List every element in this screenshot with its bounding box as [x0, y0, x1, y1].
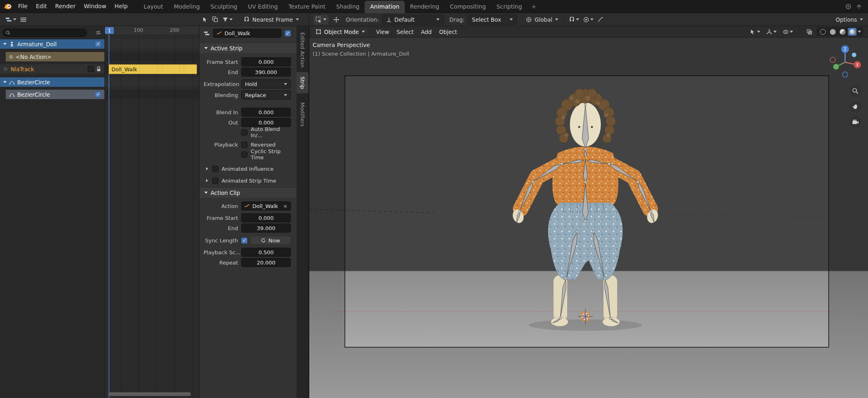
- tab-compositing[interactable]: Compositing: [444, 1, 491, 13]
- animated-strip-time-checkbox[interactable]: [212, 178, 218, 184]
- frame-end-field[interactable]: 390.000: [241, 68, 291, 77]
- auto-blend-checkbox[interactable]: [241, 129, 247, 136]
- expand-triangle-icon[interactable]: [3, 81, 7, 83]
- repeat-field[interactable]: 20.000: [241, 258, 291, 267]
- tab-shading[interactable]: Shading: [331, 1, 365, 13]
- channel-search[interactable]: [2, 29, 87, 37]
- animated-influence-row[interactable]: Animated Influence: [206, 164, 291, 174]
- tab-scripting[interactable]: Scripting: [491, 1, 527, 13]
- channel-nlatrack[interactable]: ☆ NlaTrack: [0, 64, 104, 74]
- options-dropdown[interactable]: Options: [832, 15, 864, 25]
- timeline-ruler[interactable]: 100 200: [105, 26, 199, 35]
- orientation-dropdown[interactable]: Default: [382, 15, 444, 25]
- tab-edited-action[interactable]: Edited Action: [297, 29, 308, 70]
- sync-length-checkbox[interactable]: [241, 237, 247, 244]
- zoom-button[interactable]: [850, 85, 861, 97]
- proportional-edit-dropdown[interactable]: [581, 15, 596, 25]
- navigation-gizmo[interactable]: Z X: [828, 44, 862, 79]
- snapping-dropdown[interactable]: [567, 15, 581, 25]
- menu-render[interactable]: Render: [51, 0, 80, 13]
- playhead[interactable]: [109, 34, 109, 398]
- tweak-mode-icon[interactable]: [200, 15, 210, 25]
- action-datablock-field[interactable]: Doll_Walk ×: [241, 201, 291, 210]
- tab-layout[interactable]: Layout: [138, 1, 169, 13]
- animated-influence-checkbox[interactable]: [212, 166, 218, 172]
- action-frame-start-field[interactable]: 0.000: [241, 213, 291, 222]
- menu-object[interactable]: Object: [435, 29, 461, 35]
- channel-beziercircle[interactable]: BezierCircle: [0, 77, 104, 87]
- tab-sculpting[interactable]: Sculpting: [205, 1, 242, 13]
- pan-button[interactable]: [850, 101, 861, 112]
- menu-select[interactable]: Select: [393, 29, 417, 35]
- add-workspace-button[interactable]: +: [527, 1, 540, 13]
- current-frame-badge[interactable]: 1: [105, 27, 114, 34]
- menu-view[interactable]: View: [372, 29, 393, 35]
- viewport-canvas[interactable]: Camera Perspective (1) Scene Collection …: [309, 38, 868, 398]
- extrapolation-dropdown[interactable]: Hold: [241, 79, 291, 88]
- scene-3d[interactable]: [309, 38, 868, 398]
- tab-animation[interactable]: Animation: [365, 1, 404, 13]
- mode-dropdown[interactable]: Object Mode: [313, 27, 368, 36]
- nla-timeline[interactable]: 100 200 1 Doll_Walk: [105, 26, 199, 398]
- shading-wireframe-button[interactable]: [818, 28, 827, 36]
- move-tool-icon[interactable]: [331, 15, 342, 25]
- timeline-horizontal-scrollbar[interactable]: [108, 392, 191, 396]
- transform-pivot-dropdown[interactable]: Global: [523, 15, 562, 25]
- strip-enable-checkbox[interactable]: [285, 30, 291, 36]
- overlap-icon[interactable]: [210, 15, 220, 25]
- channel-beziercircle-action[interactable]: BezierCircle: [6, 90, 104, 99]
- reversed-checkbox[interactable]: [241, 142, 247, 148]
- menu-help[interactable]: Help: [111, 0, 132, 13]
- search-input[interactable]: [12, 30, 84, 36]
- shading-material-button[interactable]: [838, 28, 847, 36]
- track-checkbox[interactable]: [88, 66, 94, 72]
- channel-mute-checkbox[interactable]: [95, 91, 101, 97]
- shading-solid-button[interactable]: [828, 28, 837, 36]
- solo-star-icon[interactable]: ☆: [3, 66, 8, 72]
- cyclic-checkbox[interactable]: [241, 152, 247, 158]
- hamburger-menu-icon[interactable]: [18, 15, 28, 25]
- action-clip-panel-header[interactable]: Action Clip: [199, 187, 297, 198]
- tab-rendering[interactable]: Rendering: [405, 1, 445, 13]
- strip-name-field[interactable]: Doll_Walk: [213, 29, 281, 38]
- active-strip-panel-header[interactable]: Active Strip: [199, 43, 297, 53]
- filter-dropdown[interactable]: [220, 15, 235, 25]
- playback-scale-field[interactable]: 0.500: [241, 248, 291, 257]
- sync-now-button[interactable]: Now: [250, 236, 291, 245]
- camera-view-button[interactable]: [850, 116, 861, 128]
- gizmos-dropdown[interactable]: [764, 27, 779, 37]
- nla-strip-doll-walk[interactable]: Doll_Walk: [109, 64, 197, 74]
- shading-rendered-button[interactable]: [848, 28, 857, 36]
- drag-dropdown[interactable]: Select Box: [468, 15, 517, 25]
- tab-texture-paint[interactable]: Texture Paint: [283, 1, 331, 13]
- blender-logo-icon[interactable]: [3, 2, 12, 11]
- active-tool-dropdown[interactable]: [313, 15, 329, 25]
- menu-window[interactable]: Window: [79, 0, 110, 13]
- tab-modifiers[interactable]: Modifiers: [297, 97, 308, 132]
- channel-mute-checkbox[interactable]: [95, 41, 101, 47]
- unlink-action-button[interactable]: ×: [283, 203, 288, 209]
- invert-filter-icon[interactable]: [95, 30, 101, 36]
- channel-armature-doll[interactable]: Armature_Doll: [0, 39, 104, 49]
- tab-uv-editing[interactable]: UV Editing: [242, 1, 283, 13]
- xray-toggle[interactable]: [805, 27, 814, 37]
- menu-file[interactable]: File: [14, 0, 32, 13]
- expand-triangle-icon[interactable]: [3, 43, 7, 45]
- animated-strip-time-row[interactable]: Animated Strip Time: [206, 176, 291, 185]
- action-frame-end-field[interactable]: 39.000: [241, 224, 291, 233]
- shading-dropdown-caret[interactable]: [858, 31, 861, 33]
- snap-mode-dropdown[interactable]: Nearest Frame: [240, 15, 302, 25]
- falloff-icon[interactable]: [596, 15, 605, 25]
- tab-strip[interactable]: Strip: [297, 72, 308, 93]
- overlays-dropdown[interactable]: [781, 27, 795, 37]
- extensions-icon[interactable]: [856, 3, 862, 10]
- lock-icon[interactable]: [96, 66, 101, 72]
- selectability-dropdown[interactable]: [748, 27, 762, 37]
- channel-no-action[interactable]: <No Action>: [6, 52, 104, 61]
- menu-edit[interactable]: Edit: [32, 0, 51, 13]
- blend-out-field[interactable]: 0.000: [241, 118, 291, 127]
- blend-in-field[interactable]: 0.000: [241, 108, 291, 117]
- tab-modeling[interactable]: Modeling: [168, 1, 205, 13]
- frame-start-field[interactable]: 0.000: [241, 57, 291, 66]
- menu-add[interactable]: Add: [417, 29, 435, 35]
